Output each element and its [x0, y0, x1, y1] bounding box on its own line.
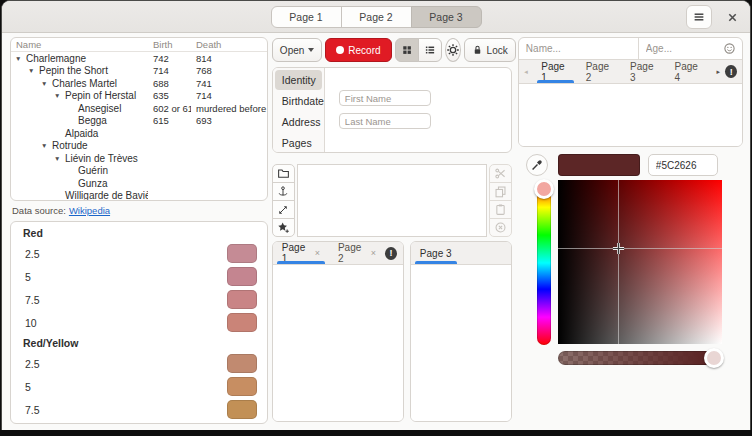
copy-button[interactable]: [489, 182, 512, 201]
titlebar-tab-page3[interactable]: Page 3: [411, 6, 482, 28]
wikipedia-link[interactable]: Wikipedia: [69, 205, 110, 216]
color-label: 5: [25, 381, 31, 393]
open-button-label: Open: [280, 45, 304, 56]
titlebar[interactable]: Page 1 Page 2 Page 3: [2, 1, 750, 33]
color-swatch: [227, 290, 257, 309]
colors-section-header: Red/Yellow: [11, 334, 267, 352]
copy-icon: [494, 185, 507, 198]
titlebar-tab-page1[interactable]: Page 1: [271, 6, 342, 28]
hue-slider-handle[interactable]: [534, 179, 554, 199]
cell-death: 693: [191, 115, 267, 128]
color-row[interactable]: 5: [11, 265, 267, 288]
first-name-field[interactable]: [339, 90, 431, 106]
color-row[interactable]: 2.5: [11, 352, 267, 375]
resize-button[interactable]: [272, 200, 295, 219]
last-name-field[interactable]: [339, 113, 431, 129]
color-label: 5: [25, 271, 31, 283]
column-header-name[interactable]: Name: [11, 38, 148, 52]
titlebar-tab-group: Page 1 Page 2 Page 3: [271, 6, 482, 28]
grid-view-toggle[interactable]: [395, 38, 419, 62]
tree-body: ▼Charlemagne 742 814 ▼Pepin the Short 71…: [11, 52, 267, 201]
alpha-slider[interactable]: [558, 351, 722, 365]
sidebar-item-pages[interactable]: Pages: [275, 133, 322, 153]
chevron-down-icon: [308, 48, 314, 52]
color-swatch: [227, 244, 257, 263]
emoji-picker-button[interactable]: [723, 42, 736, 55]
color-swatch: [227, 400, 257, 419]
settings-button[interactable]: [445, 38, 461, 62]
tab-label: Page 3: [630, 61, 658, 83]
alpha-slider-handle[interactable]: [704, 348, 724, 368]
column-header-death[interactable]: Death: [191, 38, 267, 52]
anchor-icon: [277, 185, 289, 198]
scissors-icon: [494, 167, 507, 180]
clear-button[interactable]: [489, 218, 512, 237]
cell-birth: [148, 165, 191, 178]
identity-panel: Identity Birthdate Address Pages: [272, 67, 512, 153]
open-button[interactable]: Open: [272, 38, 322, 62]
color-swatch: [227, 313, 257, 332]
close-icon: [727, 12, 738, 23]
expander-icon[interactable]: ▼: [41, 80, 52, 87]
cell-death: murdered before 679: [191, 102, 267, 115]
tab-page1[interactable]: Page 1: [533, 60, 577, 83]
tab-page3[interactable]: Page 3: [622, 60, 666, 83]
notebook-action-badge[interactable]: !: [725, 65, 737, 78]
paste-button[interactable]: [489, 200, 512, 219]
tabs-prev-button[interactable]: ◂: [519, 68, 533, 76]
lock-button[interactable]: Lock: [464, 38, 516, 62]
sidebar-item-address[interactable]: Address: [275, 112, 322, 132]
color-row[interactable]: 10: [11, 421, 267, 424]
window-close-button[interactable]: [724, 9, 740, 25]
upload-button[interactable]: [272, 182, 295, 201]
tabs-next-button[interactable]: ▸: [711, 68, 725, 76]
tab-page2[interactable]: Page 2: [578, 60, 622, 83]
color-row[interactable]: 2.5: [11, 242, 267, 265]
expander-icon[interactable]: ▼: [28, 67, 39, 74]
eyedropper-button[interactable]: [526, 154, 548, 176]
expander-icon[interactable]: ▼: [54, 155, 65, 162]
sidebar-item-birthdate[interactable]: Birthdate: [275, 91, 322, 111]
open-file-button[interactable]: [272, 164, 295, 183]
clipboard-icon: [494, 203, 507, 216]
color-label: 2.5: [25, 358, 40, 370]
color-row[interactable]: 7.5: [11, 398, 267, 421]
hue-slider[interactable]: [537, 181, 551, 345]
colors-section-header: Red: [11, 224, 267, 242]
expander-icon[interactable]: ▼: [41, 142, 52, 149]
tab-page4[interactable]: Page 4: [667, 60, 711, 83]
record-button-label: Record: [348, 45, 380, 56]
hamburger-menu-button[interactable]: [686, 5, 712, 29]
titlebar-tab-page2[interactable]: Page 2: [341, 6, 412, 28]
cut-button[interactable]: [489, 164, 512, 183]
list-view-toggle[interactable]: [418, 38, 442, 62]
color-label: 2.5: [25, 248, 40, 260]
color-row[interactable]: 7.5: [11, 288, 267, 311]
tab-close-icon[interactable]: ×: [315, 248, 320, 258]
tab-page3[interactable]: Page 3: [411, 242, 461, 264]
family-tree-table: Name Birth Death ▼Charlemagne 742 814 ▼P…: [10, 37, 268, 201]
tab-close-icon[interactable]: ×: [371, 248, 376, 258]
tab-page1[interactable]: Page 1 ×: [273, 242, 329, 264]
expander-icon[interactable]: ▼: [54, 92, 65, 99]
color-row[interactable]: 5: [11, 375, 267, 398]
text-editor-area[interactable]: [297, 164, 487, 237]
app-window: Page 1 Page 2 Page 3: [1, 0, 751, 430]
crosshair-cursor-icon[interactable]: [612, 242, 625, 255]
hex-color-input[interactable]: [648, 154, 718, 176]
color-row[interactable]: 10: [11, 311, 267, 334]
column-header-birth[interactable]: Birth: [148, 38, 191, 52]
cell-name: Charles Martel: [52, 78, 117, 89]
cell-birth: 615: [148, 115, 191, 128]
expander-icon[interactable]: ▼: [15, 55, 26, 62]
cell-birth: 688: [148, 77, 191, 90]
record-button[interactable]: Record: [325, 38, 391, 62]
tab-page2[interactable]: Page 2 ×: [329, 242, 385, 264]
sidebar-item-identity[interactable]: Identity: [275, 70, 322, 90]
star-new-button[interactable]: [272, 218, 295, 237]
name-input[interactable]: [519, 38, 638, 59]
notebook-action-badge[interactable]: !: [385, 247, 397, 260]
clear-icon: [494, 221, 507, 234]
saturation-value-plane[interactable]: [558, 180, 722, 344]
list-icon: [424, 44, 436, 56]
